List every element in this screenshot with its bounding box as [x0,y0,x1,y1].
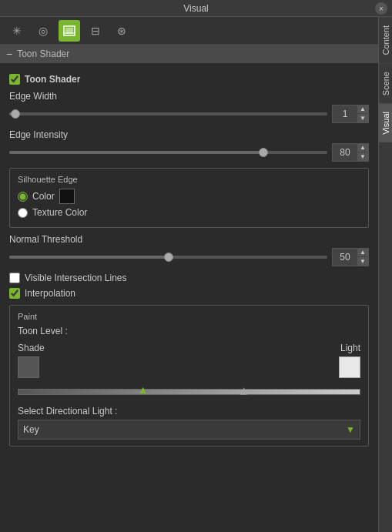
light-label: Light [340,343,360,353]
edge-intensity-row: 80 ▲ ▼ [9,143,369,162]
gradient-wrapper: ▲ △ [18,389,360,395]
toon-shader-label: Toon Shader [25,74,80,85]
directional-light-value: Key [23,424,346,435]
section-title: Toon Shader [17,49,69,59]
outline-arrow-icon[interactable]: △ [240,386,247,395]
select-light-row: Select Directional Light : Key ▼ [18,406,360,440]
normal-threshold-fill [9,256,169,259]
edge-width-arrows: ▲ ▼ [357,105,368,122]
select-directional-light-label: Select Directional Light : [18,406,360,417]
color-swatch[interactable] [59,189,75,204]
edge-width-value-box: 1 ▲ ▼ [332,105,369,123]
visible-intersection-checkbox[interactable] [9,273,20,283]
edge-intensity-arrows: ▲ ▼ [357,144,368,161]
main-layout: ✳ ◎ ⊟ ⊛ − Toon Shader Toon Shader [0,17,392,532]
normal-threshold-value: 50 [333,252,357,263]
gradient-bar[interactable] [18,389,360,395]
edge-intensity-up[interactable]: ▲ [357,144,368,152]
window-title: Visual [183,3,208,14]
visible-intersection-label: Visible Intersection Lines [25,273,127,283]
texture-radio-label: Texture Color [32,207,87,218]
normal-threshold-up[interactable]: ▲ [357,249,368,257]
edge-intensity-track[interactable] [9,151,327,154]
collapse-icon: − [6,49,12,59]
edge-width-value: 1 [333,109,357,119]
color-radio[interactable] [18,192,28,202]
edge-intensity-down[interactable]: ▼ [357,152,368,161]
shade-label: Shade [18,343,45,353]
edge-width-down[interactable]: ▼ [357,114,368,122]
normal-threshold-thumb[interactable] [164,253,173,262]
edge-width-track[interactable] [9,112,327,115]
tab-content[interactable]: Content [379,17,392,63]
color-radio-label: Color [32,191,55,202]
edge-intensity-value-box: 80 ▲ ▼ [332,143,369,162]
shade-swatch[interactable] [18,356,39,378]
search-icon-button[interactable]: ◎ [32,20,54,42]
normal-threshold-track[interactable] [9,256,327,259]
toon-level-row: Toon Level : [18,326,360,336]
title-bar: Visual × [0,0,392,17]
render-icon-button[interactable]: ⊛ [111,20,132,42]
sun-icon-button[interactable]: ✳ [6,20,28,42]
dropdown-chevron-icon: ▼ [346,424,355,435]
layers-icon-button[interactable]: ⊟ [85,20,106,42]
normal-threshold-section: Normal Threshold 50 ▲ ▼ [9,234,369,266]
toon-level-label: Toon Level : [18,326,68,336]
close-button[interactable]: × [375,2,387,15]
normal-threshold-label: Normal Threshold [9,234,369,245]
edge-width-section: Edge Width 1 ▲ ▼ [9,91,369,123]
gradient-bar-container: ▲ △ [18,384,360,400]
section-header[interactable]: − Toon Shader [0,45,378,63]
interpolation-checkbox[interactable] [9,288,20,299]
shade-light-labels: Shade Light [18,343,360,353]
color-radio-row: Color [18,189,360,204]
tab-scene[interactable]: Scene [379,63,392,103]
edge-intensity-section: Edge Intensity 80 ▲ ▼ [9,129,369,162]
edge-intensity-thumb[interactable] [259,148,268,157]
image-icon-button[interactable] [59,20,80,42]
edge-width-thumb[interactable] [11,109,20,119]
texture-radio-row: Texture Color [18,207,360,218]
light-swatch[interactable] [339,356,360,378]
green-arrow-icon[interactable]: ▲ [138,384,149,395]
edge-width-up[interactable]: ▲ [357,105,368,114]
swatches-row [18,356,360,378]
interpolation-row: Interpolation [9,288,369,299]
texture-radio[interactable] [18,208,28,218]
tab-visual[interactable]: Visual [379,103,392,142]
toolbar: ✳ ◎ ⊟ ⊛ [0,17,378,45]
normal-threshold-down[interactable]: ▼ [357,257,368,266]
paint-box: Paint Toon Level : Shade Light [9,305,369,447]
directional-light-dropdown[interactable]: Key ▼ [18,420,360,440]
normal-threshold-row: 50 ▲ ▼ [9,248,369,266]
edge-intensity-value: 80 [333,147,357,158]
normal-threshold-value-box: 50 ▲ ▼ [332,248,369,266]
silhouette-edge-box: Silhouette Edge Color Texture Color [9,168,369,228]
interpolation-label: Interpolation [25,288,75,299]
right-tabs: Content Scene Visual [378,17,392,532]
normal-threshold-arrows: ▲ ▼ [357,249,368,266]
toon-shader-row: Toon Shader [9,74,369,85]
edge-width-row: 1 ▲ ▼ [9,105,369,123]
paint-title: Paint [18,312,360,321]
toon-shader-checkbox[interactable] [9,74,20,85]
edge-intensity-fill [9,151,263,154]
silhouette-edge-title: Silhouette Edge [18,175,360,184]
content-area: ✳ ◎ ⊟ ⊛ − Toon Shader Toon Shader [0,17,378,532]
panel-content: Toon Shader Edge Width 1 ▲ ▼ [0,63,378,459]
edge-intensity-label: Edge Intensity [9,129,369,140]
visible-intersection-lines-row: Visible Intersection Lines [9,273,369,283]
edge-width-label: Edge Width [9,91,369,102]
